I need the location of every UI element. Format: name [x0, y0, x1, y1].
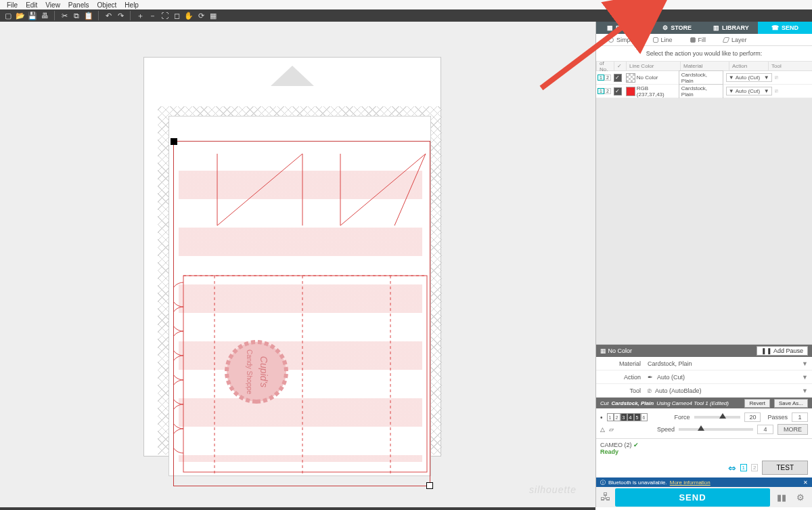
copy-icon[interactable]: ⧉	[71, 10, 82, 21]
revert-button[interactable]: Revert	[744, 399, 770, 408]
design-label: Cupid's Candy Shoppe	[227, 342, 286, 402]
status-bar	[0, 507, 595, 510]
swatch-nocolor	[626, 73, 635, 83]
menu-panels[interactable]: Panels	[64, 1, 93, 9]
bluetooth-warning: ⓘBluetooth is unavailable. More informat…	[596, 477, 812, 487]
menu-edit[interactable]: Edit	[22, 1, 41, 9]
bt-more-link[interactable]: More information	[670, 480, 710, 486]
cut-settings-panel: ▦ No Color ❚❚ Add Pause MaterialCardstoc…	[596, 344, 812, 507]
zoom-sel-icon[interactable]: ◻	[171, 10, 182, 21]
rotate-icon[interactable]: ⟳	[196, 10, 206, 21]
media-page: Cupid's Candy Shoppe	[168, 116, 431, 476]
layer-icon	[723, 37, 730, 43]
menu-help[interactable]: Help	[120, 1, 143, 9]
menu-file[interactable]: File	[3, 1, 22, 9]
tool-icon: ⎚	[775, 88, 778, 94]
zoom-fit-icon[interactable]: ⛶	[159, 10, 170, 21]
pause-icon[interactable]: ▮▮	[774, 490, 789, 505]
redo-icon[interactable]: ↷	[115, 10, 126, 21]
tool-glyph-icon: ⎚	[648, 387, 651, 394]
panel-head: ▦ No Color ❚❚ Add Pause	[596, 345, 812, 357]
send-button[interactable]: SEND	[615, 488, 770, 507]
selection-bbox[interactable]: Cupid's Candy Shoppe	[173, 141, 430, 486]
undo-icon[interactable]: ↶	[103, 10, 114, 21]
line-preview-icon: △	[600, 426, 605, 433]
device-status: CAMEO (2) ✔ Ready	[596, 438, 812, 458]
menu-bar: File Edit View Panels Object Help	[0, 0, 812, 9]
pan-icon[interactable]: ✋	[183, 10, 194, 21]
tool-icon: ⎚	[775, 75, 778, 81]
line-row-1[interactable]: 1 2 ✓ RGB (237,37,43) Cardstock, Plain ▼…	[596, 85, 812, 98]
top-nav: ▦ DESIGN ⚙ STORE ▥ LIBRARY ☎ SEND	[596, 22, 812, 34]
fill-icon	[690, 37, 696, 43]
force-value[interactable]: 20	[744, 412, 761, 422]
design-outline: Cupid's Candy Shoppe	[174, 142, 431, 487]
material-select-1[interactable]: Cardstock, Plain	[679, 84, 723, 99]
tool-dropdown[interactable]: ⎚Auto (AutoBlade)▼	[648, 387, 808, 394]
test-button[interactable]: TEST	[762, 461, 808, 475]
force-slider[interactable]	[694, 416, 741, 419]
new-file-icon[interactable]: ▢	[3, 10, 14, 21]
canvas[interactable]: Cupid's Candy Shoppe silhouette	[0, 22, 595, 507]
settings-gear-icon[interactable]: ⚙	[793, 490, 808, 505]
action-select-0[interactable]: ▼Auto (Cut)▼	[726, 73, 772, 82]
paste-icon[interactable]: 📋	[83, 10, 94, 21]
cutting-mat: Cupid's Candy Shoppe	[143, 57, 441, 456]
blade-depth[interactable]: 1 2 3 4 5 6	[607, 413, 648, 421]
swatch-red	[626, 87, 635, 96]
open-icon[interactable]: 📂	[15, 10, 26, 21]
overcut-icon: ▱	[609, 426, 614, 433]
load-direction-icon	[271, 66, 314, 86]
print-icon[interactable]: 🖶	[39, 10, 50, 21]
add-pause-button[interactable]: ❚❚ Add Pause	[757, 346, 808, 356]
save-icon[interactable]: 💾	[27, 10, 38, 21]
subtab-layer[interactable]: Layer	[723, 37, 747, 43]
zoom-in-icon[interactable]: ＋	[135, 10, 145, 21]
main-toolbar: ▢ 📂 💾 🖶 ✂ ⧉ 📋 ↶ ↷ ＋ － ⛶ ◻ ✋ ⟳ ▦	[0, 9, 812, 22]
line-row-0[interactable]: 1 2 ✓ No Color Cardstock, Plain ▼Auto (C…	[596, 71, 812, 85]
svg-point-5	[227, 342, 286, 402]
tab-design[interactable]: ▦ DESIGN	[596, 22, 650, 34]
tab-store[interactable]: ⚙ STORE	[650, 22, 704, 34]
panel-spacer	[596, 98, 812, 344]
cut-summary: Cut Cardstock, Plain Using Cameo4 Tool 1…	[596, 398, 812, 408]
menu-object[interactable]: Object	[93, 1, 120, 9]
svg-text:Cupid's: Cupid's	[258, 356, 269, 387]
tab-library[interactable]: ▥ LIBRARY	[704, 22, 759, 34]
save-as-button[interactable]: Save As...	[774, 399, 808, 408]
tab-send[interactable]: ☎ SEND	[758, 22, 812, 34]
menu-view[interactable]: View	[41, 1, 64, 9]
carriage-icon[interactable]: ⇔	[728, 463, 736, 473]
material-select-0[interactable]: Cardstock, Plain	[679, 70, 723, 85]
action-select-1[interactable]: ▼Auto (Cut)▼	[726, 87, 772, 95]
line-check-1[interactable]: ✓	[614, 87, 622, 95]
brand-watermark: silhouette	[529, 484, 577, 495]
subtab-fill[interactable]: Fill	[690, 37, 706, 43]
subtab-line[interactable]: Line	[653, 37, 673, 43]
line-check-0[interactable]: ✓	[614, 74, 622, 82]
circle-icon	[608, 37, 614, 43]
more-button[interactable]: MORE	[777, 424, 808, 435]
machine-icon[interactable]: 🖧	[600, 491, 611, 503]
passes-value[interactable]: 1	[792, 412, 808, 422]
square-icon	[653, 37, 658, 43]
grid-icon[interactable]: ▦	[208, 10, 219, 21]
svg-text:Candy Shoppe: Candy Shoppe	[246, 349, 253, 395]
instruction-text: Select the action you would like to perf…	[596, 46, 812, 62]
material-dropdown[interactable]: Cardstock, Plain▼	[648, 360, 808, 367]
cut-icon[interactable]: ✂	[59, 10, 70, 21]
close-warning-icon[interactable]: ✕	[803, 480, 808, 486]
right-panel: ▦ DESIGN ⚙ STORE ▥ LIBRARY ☎ SEND Simple…	[595, 22, 812, 507]
subtab-simple[interactable]: Simple	[608, 37, 635, 43]
send-subtabs: Simple Line Fill Layer	[596, 34, 812, 46]
speed-value[interactable]: 4	[757, 425, 773, 434]
zoom-out-icon[interactable]: －	[147, 10, 158, 21]
action-dropdown[interactable]: ✒Auto (Cut)▼	[648, 374, 808, 381]
blade-icon: ✒	[648, 374, 653, 381]
speed-slider[interactable]	[679, 428, 753, 431]
